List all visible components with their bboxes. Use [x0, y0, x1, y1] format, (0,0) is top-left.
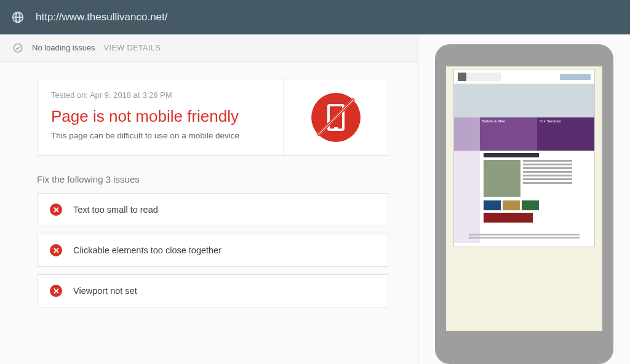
preview-pane: Before & After Our Services	[418, 34, 630, 364]
verdict-card: Tested on: Apr 9, 2018 at 3:26 PM Page i…	[37, 79, 388, 156]
svg-point-0	[14, 44, 22, 52]
preview-our-services: Our Services	[537, 117, 594, 125]
globe-icon	[11, 10, 25, 24]
verdict-subtitle: This page can be difficult to use on a m…	[51, 131, 269, 140]
error-icon: ✕	[50, 285, 62, 297]
not-mobile-friendly-icon	[311, 93, 361, 142]
url-bar: http://www.thesullivanco.net/	[0, 0, 630, 34]
preview-before-after: Before & After	[480, 117, 537, 125]
issue-label: Clickable elements too close together	[73, 245, 221, 255]
issue-item-text-too-small[interactable]: ✕ Text too small to read	[37, 193, 388, 226]
device-frame: Before & After Our Services	[435, 44, 613, 364]
issue-item-viewport-not-set[interactable]: ✕ Viewport not set	[37, 274, 388, 307]
loading-status-text: No loading issues	[32, 43, 95, 52]
verdict-title: Page is not mobile friendly	[51, 107, 269, 126]
tested-on: Tested on: Apr 9, 2018 at 3:26 PM	[51, 90, 269, 100]
issue-label: Viewport not set	[73, 286, 137, 296]
rendered-page-thumbnail: Before & After Our Services	[453, 69, 595, 247]
error-icon: ✕	[50, 204, 62, 216]
device-screen: Before & After Our Services	[446, 66, 602, 331]
issue-item-elements-too-close[interactable]: ✕ Clickable elements too close together	[37, 234, 388, 267]
results-pane: No loading issues VIEW DETAILS Tested on…	[0, 34, 418, 364]
page-url[interactable]: http://www.thesullivanco.net/	[36, 11, 168, 23]
issues-heading: Fix the following 3 issues	[37, 174, 388, 184]
check-icon	[12, 42, 23, 53]
error-icon: ✕	[50, 244, 62, 256]
loading-status-bar: No loading issues VIEW DETAILS	[0, 34, 418, 61]
view-details-button[interactable]: VIEW DETAILS	[104, 44, 161, 52]
issue-label: Text too small to read	[73, 205, 158, 215]
